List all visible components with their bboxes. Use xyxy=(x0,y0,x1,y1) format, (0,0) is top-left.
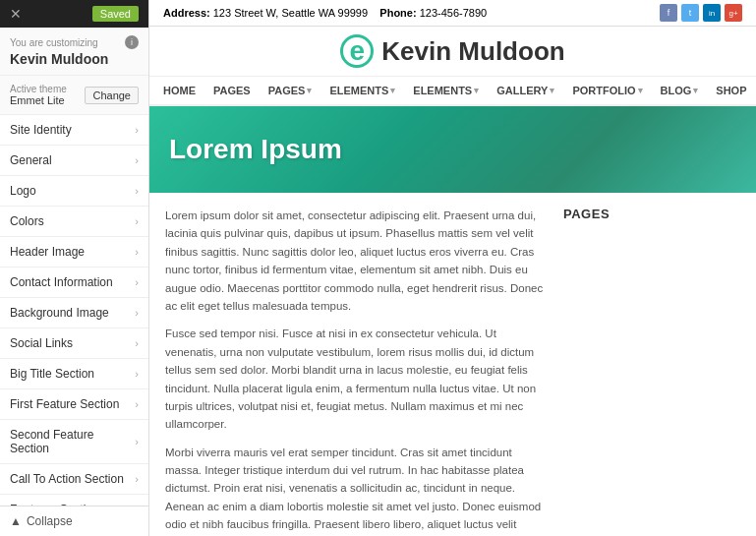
info-icon[interactable]: i xyxy=(125,35,139,49)
chevron-icon: › xyxy=(135,185,139,197)
sidebar-item-colors[interactable]: Colors› xyxy=(0,207,148,237)
nav-link-elements[interactable]: ELEMENTS▾ xyxy=(320,77,404,104)
nav-link-pages[interactable]: PAGES▾ xyxy=(260,77,321,104)
chevron-icon: › xyxy=(135,307,139,319)
article-paragraph-2: Fusce sed tempor nisi. Fusce at nisi in … xyxy=(165,325,544,433)
chevron-icon: › xyxy=(135,246,139,258)
main-content: Lorem ipsum dolor sit amet, consectetur … xyxy=(149,193,756,536)
chevron-icon: › xyxy=(135,215,139,227)
dropdown-arrow-icon: ▾ xyxy=(638,86,643,95)
dropdown-arrow-icon: ▾ xyxy=(550,86,554,95)
nav-list: Site Identity›General›Logo›Colors›Header… xyxy=(0,115,148,506)
left-footer: ▲ Collapse xyxy=(0,506,148,536)
sidebar-item-logo[interactable]: Logo› xyxy=(0,176,148,207)
nav-link-blog[interactable]: BLOG▾ xyxy=(652,77,708,104)
dropdown-arrow-icon: ▾ xyxy=(307,86,312,95)
sidebar-item-first-feature-section[interactable]: First Feature Section› xyxy=(0,389,148,420)
active-theme-row: Active theme Emmet Lite Change xyxy=(0,76,148,115)
customizing-label: You are customizing xyxy=(10,37,98,48)
sidebar: PAGES xyxy=(563,207,740,522)
site-nav: HOMEPAGESPAGES▾ELEMENTS▾ELEMENTS▾GALLERY… xyxy=(149,77,756,106)
sidebar-item-background-image[interactable]: Background Image› xyxy=(0,298,148,328)
logo-icon: e xyxy=(340,34,374,68)
close-button[interactable]: ✕ xyxy=(10,6,22,22)
site-title: Kevin Muldoon xyxy=(381,36,564,67)
phone-label: Phone: xyxy=(379,7,416,19)
nav-link-home[interactable]: HOME xyxy=(154,77,204,104)
address-info: Address: 123 Street W, Seattle WA 99999 … xyxy=(163,7,487,19)
nav-link-portfolio[interactable]: PORTFOLIO▾ xyxy=(563,77,651,104)
article-paragraph-1: Lorem ipsum dolor sit amet, consectetur … xyxy=(165,207,544,315)
saved-badge: Saved xyxy=(92,6,139,22)
left-header: ✕ Saved xyxy=(0,0,148,28)
content-area: Lorem Ipsum Lorem ipsum dolor sit amet, … xyxy=(149,106,756,536)
facebook-icon[interactable]: f xyxy=(660,4,677,22)
sidebar-title: PAGES xyxy=(563,207,740,221)
twitter-icon[interactable]: t xyxy=(681,4,699,22)
left-panel: ✕ Saved You are customizing i Kevin Muld… xyxy=(0,0,149,536)
chevron-icon: › xyxy=(135,368,139,380)
address-value: 123 Street W, Seattle WA 99999 xyxy=(213,7,368,19)
top-bar: Address: 123 Street W, Seattle WA 99999 … xyxy=(149,0,756,27)
nav-link-pages[interactable]: PAGES xyxy=(204,77,260,104)
googleplus-icon[interactable]: g+ xyxy=(725,4,742,22)
chevron-icon: › xyxy=(135,276,139,288)
chevron-icon: › xyxy=(135,124,139,136)
sidebar-item-header-image[interactable]: Header Image› xyxy=(0,237,148,268)
nav-link-elements[interactable]: ELEMENTS▾ xyxy=(404,77,488,104)
sidebar-item-site-identity[interactable]: Site Identity› xyxy=(0,115,148,146)
collapse-button[interactable]: ▲ Collapse xyxy=(10,514,139,528)
nav-link-gallery[interactable]: GALLERY▾ xyxy=(488,77,563,104)
dropdown-arrow-icon: ▾ xyxy=(693,86,698,95)
nav-link-shop[interactable]: SHOP xyxy=(707,77,755,104)
sidebar-item-general[interactable]: General› xyxy=(0,146,148,176)
sidebar-item-contact-information[interactable]: Contact Information› xyxy=(0,268,148,298)
theme-name: Kevin Muldoon xyxy=(10,51,139,67)
dropdown-arrow-icon: ▾ xyxy=(390,86,395,95)
sidebar-item-call-to-action-section[interactable]: Call To Action Section› xyxy=(0,464,148,495)
change-theme-button[interactable]: Change xyxy=(85,87,139,104)
hero: Lorem Ipsum xyxy=(149,106,756,193)
chevron-icon: › xyxy=(135,337,139,349)
address-label: Address: xyxy=(163,7,210,19)
theme-sub-label: Emmet Lite xyxy=(10,94,67,106)
sidebar-item-social-links[interactable]: Social Links› xyxy=(0,328,148,359)
phone-value: 123-456-7890 xyxy=(420,7,488,19)
main-area: Address: 123 Street W, Seattle WA 99999 … xyxy=(149,0,756,536)
social-icons: f t in g+ xyxy=(660,4,742,22)
hero-title: Lorem Ipsum xyxy=(169,134,736,165)
dropdown-arrow-icon: ▾ xyxy=(474,86,479,95)
sidebar-item-big-title-section[interactable]: Big Title Section› xyxy=(0,359,148,389)
article-paragraph-3: Morbi viverra mauris vel erat semper tin… xyxy=(165,444,544,536)
collapse-label: Collapse xyxy=(27,514,73,528)
sidebar-item-second-feature-section[interactable]: Second Feature Section› xyxy=(0,420,148,464)
chevron-icon: › xyxy=(135,473,139,485)
sidebar-item-features-section[interactable]: Features Section› xyxy=(0,495,148,506)
you-are-customizing: You are customizing i xyxy=(10,35,139,49)
customizing-info: You are customizing i Kevin Muldoon xyxy=(0,28,148,76)
chevron-icon: › xyxy=(135,154,139,166)
site-header: e Kevin Muldoon xyxy=(149,27,756,77)
chevron-icon: › xyxy=(135,436,139,447)
active-theme-label: Active theme xyxy=(10,84,67,94)
article-section: Lorem ipsum dolor sit amet, consectetur … xyxy=(165,207,563,522)
collapse-icon: ▲ xyxy=(10,514,22,528)
linkedin-icon[interactable]: in xyxy=(703,4,721,22)
chevron-icon: › xyxy=(135,398,139,410)
